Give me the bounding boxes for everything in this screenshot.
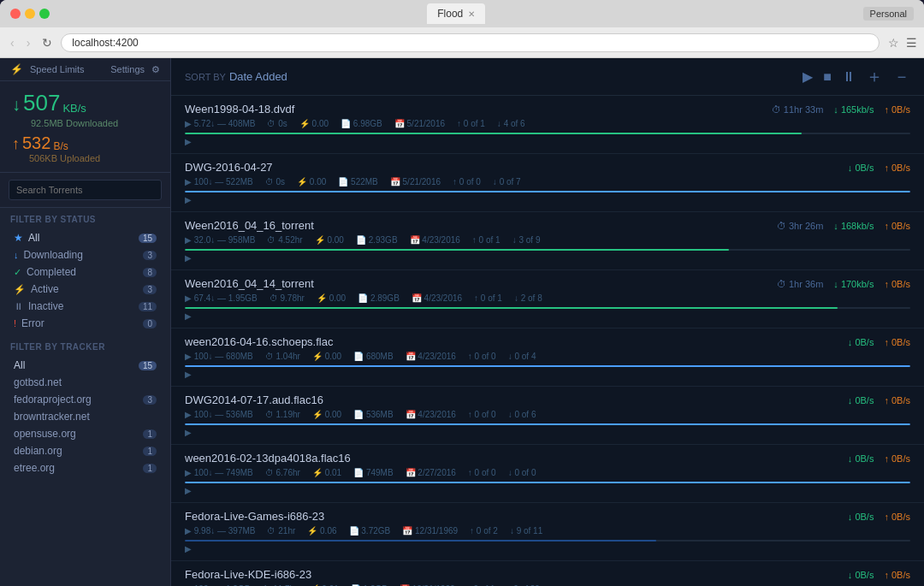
torrent-peers: ↓ 3 of 9	[512, 235, 541, 245]
filter-item-all[interactable]: ★All15	[10, 229, 160, 246]
sort-by-value[interactable]: Date Added	[229, 70, 287, 83]
browser-tab[interactable]: Flood ✕	[427, 3, 485, 24]
torrent-item[interactable]: Fedora-Live-KDE-i686-23↓ 0B/s↑ 0B/s ▶ 10…	[171, 561, 924, 586]
torrent-peers-con: ⚡ 0.01	[312, 468, 341, 477]
profile-button[interactable]: Personal	[863, 7, 914, 21]
torrent-expand-arrow[interactable]: ▶	[185, 428, 910, 437]
downloading-filter-label: Downloading	[24, 249, 83, 261]
torrent-item[interactable]: DWG2014-07-17.aud.flac16↓ 0B/s↑ 0B/s ▶ 1…	[171, 387, 924, 445]
torrent-progress-bar	[185, 482, 910, 483]
torrent-expand-arrow[interactable]: ▶	[185, 370, 910, 379]
torrent-item[interactable]: DWG-2016-04-27↓ 0B/s↑ 0B/s ▶ 100↓ — 522M…	[171, 154, 924, 212]
torrent-expand-arrow[interactable]: ▶	[185, 137, 910, 146]
torrent-name: Ween2016_04_14_torrent	[185, 277, 314, 290]
tracker-filter-browntracker-net[interactable]: browntracker.net	[10, 408, 160, 425]
torrent-seeds: ↑ 0 of 0	[453, 177, 481, 186]
tracker-filter-gotbsd-net[interactable]: gotbsd.net	[10, 374, 160, 391]
torrent-expand-arrow[interactable]: ▶	[185, 195, 910, 204]
torrent-stats-right: ↓ 0B/s↑ 0B/s	[848, 512, 910, 522]
sidebar: ⚡ Speed Limits Settings ⚙ ↓ 507 KB/s 92.…	[0, 58, 171, 586]
torrent-ratio: ▶ 67.4↓ — 1.95GB	[185, 293, 258, 303]
settings-button[interactable]: Settings	[110, 64, 145, 74]
filter-item-completed[interactable]: ✓Completed8	[10, 263, 160, 281]
bookmark-icon[interactable]: ☆	[888, 36, 899, 50]
forward-button[interactable]: ›	[23, 34, 34, 51]
tracker-label: fedoraproject.org	[14, 394, 92, 405]
sort-by-label: SORT BY	[185, 72, 226, 82]
torrent-name: Ween1998-04-18.dvdf	[185, 103, 294, 115]
gear-icon[interactable]: ⚙	[151, 64, 160, 75]
torrent-item[interactable]: Ween1998-04-18.dvdf⏱ 11hr 33m↓ 165kb/s↑ …	[171, 96, 924, 154]
pause-all-button[interactable]: ⏸	[842, 69, 856, 85]
torrent-item[interactable]: Ween2016_04_14_torrent⏱ 1hr 36m↓ 170kb/s…	[171, 270, 924, 329]
torrent-ratio: ▶ 5.72↓ — 408MB	[185, 119, 255, 128]
upload-arrow-icon: ↑	[12, 135, 20, 153]
torrent-expand-arrow[interactable]: ▶	[185, 311, 910, 321]
torrent-progress-fill	[185, 365, 910, 367]
maximize-button[interactable]	[39, 9, 50, 19]
torrent-size: 📄 522MB	[338, 177, 377, 186]
filter-item-error[interactable]: !Error0	[10, 315, 160, 332]
url-text: localhost:4200	[72, 37, 138, 49]
all-filter-label: All	[28, 232, 39, 244]
stop-all-button[interactable]: ■	[823, 69, 832, 85]
torrent-stats-right: ↓ 0B/s↑ 0B/s	[848, 337, 910, 347]
torrent-item[interactable]: ween2016-04-16.schoeps.flac↓ 0B/s↑ 0B/s …	[171, 329, 924, 387]
minimize-button[interactable]	[25, 9, 35, 19]
torrent-down-speed: ↓ 0B/s	[848, 395, 874, 405]
error-filter-count: 0	[143, 319, 157, 329]
tracker-filter-fedoraproject-org[interactable]: fedoraproject.org3	[10, 391, 160, 408]
torrent-expand-arrow[interactable]: ▶	[185, 544, 910, 553]
tracker-filter-opensuse-org[interactable]: opensuse.org1	[10, 425, 160, 442]
search-input[interactable]	[9, 180, 162, 200]
filter-tracker-title: FILTER BY TRACKER	[10, 342, 160, 352]
torrent-date: 📅 12/31/1969	[402, 526, 458, 536]
torrent-expand-arrow[interactable]: ▶	[185, 253, 910, 263]
filter-item-active[interactable]: ⚡Active3	[10, 281, 160, 298]
torrent-size: 📄 536MB	[353, 410, 393, 419]
tracker-filter-All[interactable]: All15	[10, 357, 160, 374]
refresh-button[interactable]: ↻	[38, 34, 56, 51]
torrent-expand-arrow[interactable]: ▶	[185, 486, 910, 495]
tracker-filter-debian-org[interactable]: debian.org1	[10, 442, 160, 459]
torrent-item[interactable]: Fedora-Live-Games-i686-23↓ 0B/s↑ 0B/s ▶ …	[171, 503, 924, 561]
close-button[interactable]	[10, 9, 21, 19]
back-button[interactable]: ‹	[7, 34, 18, 51]
filter-item-downloading[interactable]: ↓Downloading3	[10, 246, 160, 263]
download-sub: 92.5MB Downloaded	[31, 118, 158, 128]
torrent-item[interactable]: ween2016-02-13dpa4018a.flac16↓ 0B/s↑ 0B/…	[171, 445, 924, 503]
torrent-ratio-val: ⏱ 6.76hr	[265, 468, 300, 477]
torrent-seeds: ↑ 0 of 0	[468, 410, 496, 419]
torrent-item[interactable]: Ween2016_04_16_torrent⏱ 3hr 26m↓ 168kb/s…	[171, 212, 924, 270]
torrent-list: Ween1998-04-18.dvdf⏱ 11hr 33m↓ 165kb/s↑ …	[171, 96, 924, 586]
torrent-seeds: ↑ 0 of 1	[472, 235, 500, 245]
start-all-button[interactable]: ▶	[803, 68, 813, 85]
add-torrent-button[interactable]: ＋	[866, 65, 883, 88]
torrent-ratio-val: ⏱ 21hr	[267, 526, 295, 536]
torrent-progress-bar	[185, 191, 910, 192]
url-bar[interactable]: localhost:4200	[61, 33, 880, 52]
download-speed-value: 507	[23, 90, 60, 116]
tab-close-button[interactable]: ✕	[468, 9, 475, 19]
all-filter-count: 15	[139, 234, 157, 243]
torrent-peers: ↓ 0 of 6	[508, 410, 536, 419]
active-filter-count: 3	[143, 285, 157, 294]
torrent-down-speed: ↓ 0B/s	[848, 453, 874, 464]
filter-item-inactive[interactable]: ⏸Inactive11	[10, 298, 160, 315]
tracker-filter-etree-org[interactable]: etree.org1	[10, 459, 160, 476]
torrent-ratio: ▶ 100↓ — 680MB	[185, 352, 253, 361]
torrent-seeds: ↑ 0 of 0	[468, 352, 496, 361]
download-speed-unit: KB/s	[62, 102, 86, 116]
torrent-peers: ↓ 9 of 11	[510, 526, 542, 536]
reader-icon[interactable]: ☰	[906, 36, 917, 50]
remove-torrent-button[interactable]: －	[893, 65, 910, 88]
torrent-stats-right: ↓ 0B/s↑ 0B/s	[848, 453, 910, 464]
torrent-down-speed: ↓ 0B/s	[848, 512, 874, 522]
torrent-eta: ⏱ 1hr 36m	[777, 279, 823, 289]
filter-by-tracker-section: FILTER BY TRACKER All15gotbsd.netfedorap…	[0, 335, 170, 480]
main-content: SORT BY Date Added ▶ ■ ⏸ ＋ － Ween1998-04…	[171, 58, 924, 586]
torrent-peers: ↓ 0 of 7	[493, 177, 521, 186]
torrent-down-speed: ↓ 165kb/s	[833, 104, 874, 115]
tracker-label: All	[14, 359, 25, 371]
error-filter-icon: !	[14, 318, 16, 329]
